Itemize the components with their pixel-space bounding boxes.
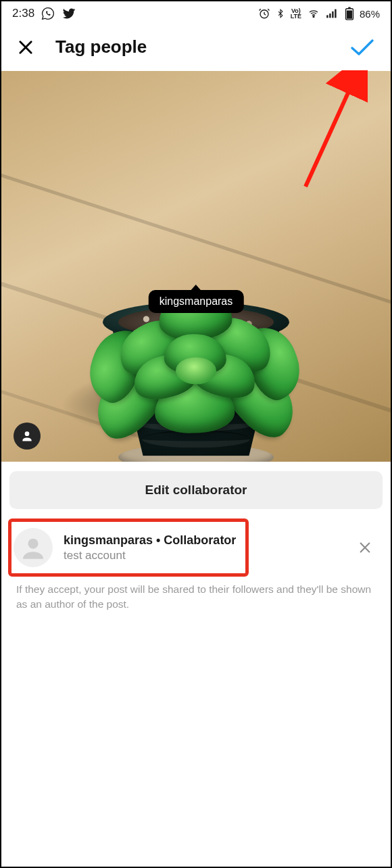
svg-rect-8 [347,10,352,18]
svg-point-9 [25,431,30,436]
signal-icon [326,8,339,19]
photo-tag-username: kingsmanparas [160,295,233,307]
collaborator-display-name: test account [64,549,341,562]
svg-rect-5 [335,9,336,18]
alarm-icon [258,7,270,20]
remove-collaborator-button[interactable] [351,534,378,561]
collaborator-row: kingsmanparas • Collaborator test accoun… [1,516,391,579]
battery-icon [345,7,354,20]
twitter-icon [62,7,76,20]
volte-icon: Vo)LTE [291,8,301,19]
photo-tag-pill[interactable]: kingsmanparas [149,290,244,313]
svg-rect-3 [329,14,330,18]
app-header: Tag people [1,23,391,71]
svg-point-1 [313,16,314,18]
page-title: Tag people [55,37,147,57]
collaborator-hint: If they accept, your post will be shared… [1,579,391,615]
photo-preview[interactable]: kingsmanparas [1,71,391,462]
collaborator-avatar[interactable] [14,528,53,567]
battery-percent: 86% [360,8,380,20]
svg-rect-4 [332,11,333,18]
edit-collaborator-label: Edit collaborator [145,483,247,497]
collaborator-role: • Collaborator [153,533,236,547]
close-button[interactable] [16,38,35,57]
wifi-icon [307,8,320,19]
svg-point-10 [28,539,39,549]
tag-people-icon[interactable] [14,423,41,450]
bluetooth-icon [276,7,285,20]
status-bar: 2:38 Vo)LTE 86% [1,1,391,23]
whatsapp-icon [41,7,55,20]
svg-rect-7 [348,7,351,8]
edit-collaborator-button[interactable]: Edit collaborator [9,471,383,509]
collaborator-username: kingsmanparas [64,533,153,547]
confirm-button[interactable] [350,38,374,59]
status-time: 2:38 [12,7,34,20]
svg-rect-2 [326,15,328,18]
collaborator-text[interactable]: kingsmanparas • Collaborator test accoun… [64,533,341,562]
